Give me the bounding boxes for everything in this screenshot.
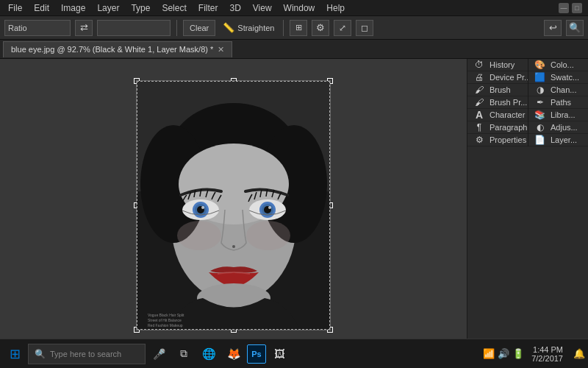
search-icon-taskbar: 🔍: [35, 349, 46, 359]
svg-point-16: [201, 206, 204, 209]
settings-icon[interactable]: ⚙: [312, 20, 329, 36]
menu-3d[interactable]: 3D: [224, 1, 245, 15]
libraries-panel[interactable]: 📚 Libra...: [528, 109, 588, 121]
menu-edit[interactable]: Edit: [29, 1, 54, 15]
main-area: Vogue Black Hair Split Street of Hit Bal…: [0, 59, 588, 352]
properties-panel[interactable]: ⚙ Properties: [467, 134, 528, 146]
taskbar: ⊞ 🔍 Type here to search 🎤 ⧉ 🌐 🦊 Ps 🖼 📶 🔊…: [0, 339, 588, 368]
system-tray: 📶 🔊 🔋 1:44 PM 7/2/2017 🔔: [483, 345, 585, 363]
brush-presets-icon: 🖌: [473, 96, 485, 108]
adjustments-label: Adjus...: [551, 123, 578, 132]
paths-icon: ✒: [534, 96, 546, 108]
brush-icon: 🖌: [473, 84, 485, 96]
time-display: 1:44 PM: [531, 345, 563, 354]
firefox-icon[interactable]: 🦊: [222, 342, 245, 366]
libraries-icon: 📚: [534, 109, 546, 121]
menu-image[interactable]: Image: [56, 1, 90, 15]
notification-icon[interactable]: 🔔: [573, 348, 585, 359]
menu-type[interactable]: Type: [126, 1, 155, 15]
tab-bar: blue eye.jpg @ 92.7% (Black & White 1, L…: [0, 40, 588, 59]
paths-panel[interactable]: ✒ Paths: [528, 96, 588, 109]
device-label: Device Pr...: [490, 73, 528, 82]
canvas-area[interactable]: Vogue Black Hair Split Street of Hit Bal…: [0, 59, 467, 352]
brush-panel[interactable]: 🖌 Brush: [467, 84, 528, 96]
undo-icon[interactable]: ↩: [544, 20, 562, 36]
search-icon[interactable]: 🔍: [566, 20, 584, 36]
mic-icon[interactable]: 🎤: [147, 342, 171, 366]
ratio-select[interactable]: Ratio: [4, 20, 71, 36]
edge-icon[interactable]: 🌐: [197, 342, 220, 366]
brush-label: Brush: [490, 85, 511, 94]
canvas-wrapper: Vogue Black Hair Split Street of Hit Bal…: [136, 80, 331, 330]
layers-panel[interactable]: 📄 Layer...: [528, 134, 588, 146]
battery-icon[interactable]: 🔋: [512, 348, 524, 359]
taskbar-search[interactable]: 🔍 Type here to search: [28, 344, 146, 364]
adjustments-panel[interactable]: ◐ Adjus...: [528, 121, 588, 134]
menu-window[interactable]: Window: [279, 1, 320, 15]
character-icon: A: [473, 109, 485, 121]
menu-help[interactable]: Help: [321, 1, 350, 15]
start-button[interactable]: ⊞: [3, 342, 26, 366]
width-input: [97, 20, 171, 36]
channels-panel[interactable]: ◑ Chan...: [528, 84, 588, 96]
minimize-btn[interactable]: —: [559, 3, 569, 13]
brush-presets-panel[interactable]: 🖌 Brush Pr...: [467, 96, 528, 109]
straighten2-icon[interactable]: ◻: [356, 20, 373, 36]
svg-point-17: [268, 206, 271, 209]
paragraph-icon: ¶: [473, 121, 485, 133]
menu-bar: File Edit Image Layer Type Select Filter…: [0, 0, 588, 16]
network-icon[interactable]: 📶: [483, 348, 495, 359]
clock[interactable]: 1:44 PM 7/2/2017: [531, 345, 569, 363]
svg-text:Red Fashion Makeup: Red Fashion Makeup: [148, 323, 183, 328]
tab-close-btn[interactable]: ✕: [218, 45, 224, 54]
swatches-label: Swatc...: [551, 73, 579, 82]
channels-label: Chan...: [551, 85, 576, 94]
menu-file[interactable]: File: [3, 1, 27, 15]
paths-label: Paths: [551, 98, 571, 107]
channels-icon: ◑: [534, 84, 546, 96]
swatches-panel[interactable]: 🟦 Swatc...: [528, 71, 588, 84]
tab-label: blue eye.jpg @ 92.7% (Black & White 1, L…: [11, 45, 213, 54]
character-label: Character: [490, 110, 525, 119]
swatches-icon: 🟦: [534, 71, 546, 83]
divider-2: [283, 20, 284, 36]
color-panel[interactable]: 🎨 Colo...: [528, 59, 588, 71]
volume-icon[interactable]: 🔊: [498, 348, 509, 359]
maximize-btn[interactable]: □: [572, 3, 582, 13]
paragraph-panel[interactable]: ¶ Paragraph: [467, 121, 528, 134]
adjustments-icon: ◐: [534, 121, 546, 133]
toolbar: Ratio ⇄ Clear 📏 Straighten ⊞ ⚙ ⤢ ◻ ↩ 🔍: [0, 16, 588, 40]
device-icon: 🖨: [473, 71, 485, 83]
search-placeholder: Type here to search: [50, 350, 121, 358]
task-view-icon[interactable]: ⧉: [172, 342, 196, 366]
right-panels: ⏱ History 🖨 Device Pr... 🖌 Brush 🖌 Brush…: [467, 59, 588, 352]
layers-label: Layer...: [551, 135, 577, 144]
menu-layer[interactable]: Layer: [92, 1, 124, 15]
history-panel[interactable]: ⏱ History: [467, 59, 528, 71]
color-label: Colo...: [551, 60, 574, 69]
menu-select[interactable]: Select: [157, 1, 191, 15]
svg-point-20: [246, 221, 290, 250]
swap-icon[interactable]: ⇄: [75, 20, 93, 36]
character-panel[interactable]: A Character: [467, 109, 528, 121]
transform-icon[interactable]: ⤢: [334, 20, 351, 36]
libraries-label: Libra...: [551, 110, 576, 119]
photoshop-icon[interactable]: Ps: [247, 344, 266, 364]
straighten-icon: 📏 Straighten: [220, 20, 277, 36]
paragraph-label: Paragraph: [490, 123, 527, 132]
layers-icon: 📄: [534, 134, 546, 146]
photos-icon[interactable]: 🖼: [268, 342, 291, 366]
straighten-label: Straighten: [237, 24, 274, 32]
divider-1: [176, 20, 177, 36]
active-document-tab[interactable]: blue eye.jpg @ 92.7% (Black & White 1, L…: [3, 41, 232, 57]
grid-icon[interactable]: ⊞: [290, 20, 307, 36]
brush-presets-label: Brush Pr...: [490, 98, 527, 107]
menu-filter[interactable]: Filter: [193, 1, 223, 15]
clear-button[interactable]: Clear: [183, 20, 215, 36]
menu-view[interactable]: View: [248, 1, 277, 15]
color-icon: 🎨: [534, 59, 546, 71]
panel-right-col: 🎨 Colo... 🟦 Swatc... ◑ Chan... ✒ Paths 📚: [528, 59, 588, 146]
svg-point-19: [177, 221, 221, 250]
device-preview-panel[interactable]: 🖨 Device Pr...: [467, 71, 528, 84]
panel-group: ⏱ History 🖨 Device Pr... 🖌 Brush 🖌 Brush…: [467, 59, 588, 146]
